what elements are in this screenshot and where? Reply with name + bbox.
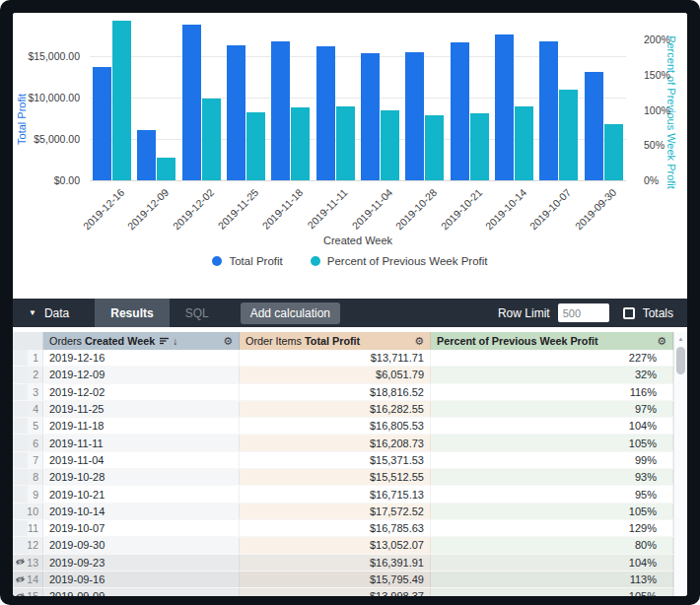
column-header-percent[interactable]: Percent of Previous Week Profit ⚙ [431,332,673,350]
percent-cell[interactable]: 104% [431,555,673,571]
week-cell[interactable]: 2019-12-16 [43,350,240,366]
bar-percent-previous-week[interactable] [604,124,623,180]
bar-total-profit[interactable] [227,45,245,180]
profit-cell[interactable]: $6,051.79 [240,367,431,382]
bar-percent-previous-week[interactable] [381,110,399,180]
bar-total-profit[interactable] [271,41,290,180]
percent-cell[interactable]: 32% [431,367,673,382]
percent-cell[interactable]: 99% [431,452,673,468]
scrollbar-thumb[interactable] [676,347,685,374]
week-cell[interactable]: 2019-10-28 [43,469,240,485]
bar-percent-previous-week[interactable] [470,113,489,180]
week-cell[interactable]: 2019-10-07 [43,520,240,536]
percent-cell[interactable]: 116% [431,384,673,400]
week-cell[interactable]: 2019-10-21 [43,486,240,502]
bar-total-profit[interactable] [137,130,156,180]
row-limit-input[interactable] [558,303,609,322]
profit-cell[interactable]: $16,208.73 [240,435,431,450]
bar-total-profit[interactable] [495,34,514,180]
bar-total-profit[interactable] [405,52,424,180]
profit-cell[interactable]: $16,391.91 [240,555,431,571]
gear-icon[interactable]: ⚙ [657,336,666,346]
collapse-caret-icon[interactable]: ▼ [29,308,36,317]
profit-cell[interactable]: $15,512.55 [240,469,431,485]
column-field-label: Created Week [85,335,155,347]
percent-cell[interactable]: 227% [431,350,673,366]
profit-cell[interactable]: $16,805.53 [240,418,431,434]
percent-cell[interactable]: 80% [431,537,673,553]
row-number-header [13,332,28,350]
row-gutter-cell [13,469,28,485]
add-calculation-button[interactable]: Add calculation [241,302,340,324]
percent-cell[interactable]: 113% [431,571,673,587]
column-header-total-profit[interactable]: Order Items Total Profit ⚙ [240,332,431,350]
week-cell[interactable]: 2019-11-25 [43,401,240,417]
profit-cell[interactable]: $15,371.53 [240,452,431,468]
bar-total-profit[interactable] [182,25,201,180]
profit-cell[interactable]: $16,785.63 [240,520,431,536]
row-gutter-cell [13,350,28,366]
tab-results[interactable]: Results [95,299,169,327]
week-cell[interactable]: 2019-11-04 [43,452,240,468]
bar-percent-previous-week[interactable] [202,99,221,180]
profit-cell[interactable]: $15,795.49 [240,571,431,587]
gear-icon[interactable]: ⚙ [414,336,424,346]
data-section-label[interactable]: Data [44,306,69,320]
row-gutter-cell [13,435,28,450]
percent-cell[interactable]: 95% [431,486,673,502]
profit-cell[interactable]: $13,711.71 [240,350,431,366]
bar-percent-previous-week[interactable] [559,90,578,180]
week-cell[interactable]: 2019-09-30 [43,537,240,553]
week-cell[interactable]: 2019-11-18 [43,418,240,434]
scroll-up-arrow-icon[interactable]: ▲ [674,332,687,345]
bar-total-profit[interactable] [93,67,111,180]
bar-total-profit[interactable] [451,42,469,180]
right-axis-tick: 50% [644,139,665,151]
left-axis-tick: $10,000.00 [15,92,80,103]
table-row: 122019-09-30$13,052.0780% [13,537,687,554]
bar-total-profit[interactable] [539,41,558,180]
bar-percent-previous-week[interactable] [515,106,533,180]
percent-cell[interactable]: 93% [431,469,673,485]
percent-cell[interactable]: 105% [431,435,673,450]
week-cell[interactable]: 2019-09-16 [43,571,240,587]
profit-cell[interactable]: $13,052.07 [240,537,431,553]
bar-percent-previous-week[interactable] [291,107,310,180]
bar-percent-previous-week[interactable] [157,158,175,180]
legend-item-total-profit[interactable]: Total Profit [212,255,282,267]
legend-item-percent[interactable]: Percent of Previous Week Profit [311,255,488,267]
bar-percent-previous-week[interactable] [336,106,355,180]
bar-percent-previous-week[interactable] [112,21,131,180]
column-field-label: Total Profit [305,335,360,347]
percent-cell[interactable]: 104% [431,418,673,434]
percent-cell[interactable]: 105% [431,588,673,596]
x-axis-label: 2019-12-16 [81,186,126,232]
profit-cell[interactable]: $17,572.52 [240,504,431,519]
profit-cell[interactable]: $18,816.52 [240,384,431,400]
week-cell[interactable]: 2019-12-02 [43,384,240,400]
gear-icon[interactable]: ⚙ [223,336,233,346]
percent-cell[interactable]: 105% [431,504,673,519]
x-axis-label: 2019-10-21 [438,186,483,232]
week-cell[interactable]: 2019-11-11 [43,435,240,450]
bar-total-profit[interactable] [361,53,380,180]
x-axis-label: 2019-11-11 [305,186,349,231]
percent-cell[interactable]: 97% [431,401,673,417]
week-cell[interactable]: 2019-09-09 [43,588,240,596]
tab-sql[interactable]: SQL [170,299,225,327]
totals-checkbox[interactable] [623,307,635,319]
profit-cell[interactable]: $13,998.37 [240,588,431,596]
results-table: Orders Created Week ↓ ⚙ Order Items Tota… [13,332,687,596]
column-header-created-week[interactable]: Orders Created Week ↓ ⚙ [43,332,240,350]
profit-cell[interactable]: $16,282.55 [240,401,431,417]
profit-cell[interactable]: $16,715.13 [240,486,431,502]
bar-percent-previous-week[interactable] [425,115,444,180]
week-cell[interactable]: 2019-10-14 [43,504,240,519]
bar-percent-previous-week[interactable] [246,112,265,180]
bar-total-profit[interactable] [316,46,335,180]
week-cell[interactable]: 2019-09-23 [43,555,240,571]
week-cell[interactable]: 2019-12-09 [43,367,240,382]
vertical-scrollbar[interactable]: ▲ [673,332,687,596]
bar-total-profit[interactable] [585,72,603,180]
percent-cell[interactable]: 129% [431,520,673,536]
